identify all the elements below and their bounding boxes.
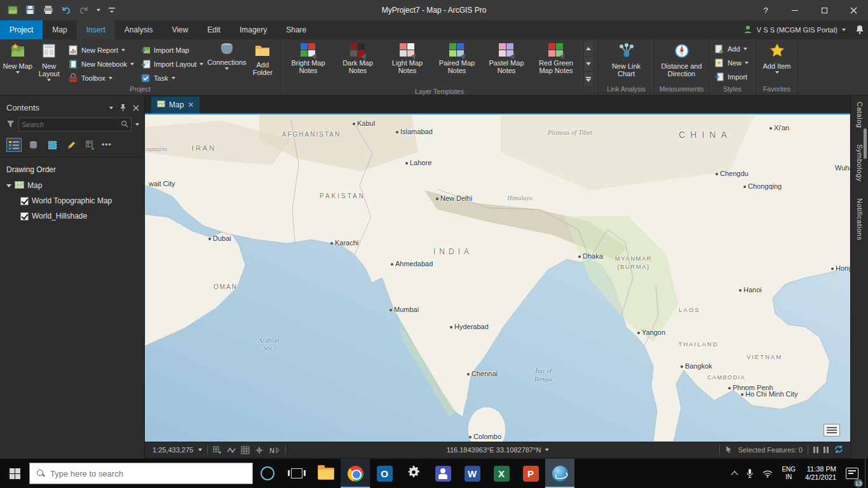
import-map-button[interactable]: Import Map (140, 45, 203, 55)
north-arrow-icon[interactable]: N (269, 446, 280, 454)
expander-icon[interactable] (6, 184, 11, 187)
excel-button[interactable]: X (487, 459, 516, 488)
close-button[interactable] (839, 0, 868, 20)
layer-template-pastel-map-notes[interactable]: Pastel Map Notes (482, 41, 531, 74)
layer-checkbox[interactable] (20, 212, 29, 220)
list-by-source-tab[interactable] (25, 138, 41, 152)
layer-checkbox[interactable] (20, 197, 29, 205)
list-by-labeling-tab[interactable] (83, 138, 98, 152)
snapping-icon[interactable] (227, 446, 236, 454)
ribbon-tab-project[interactable]: Project (0, 20, 43, 39)
grid-add-icon[interactable] (213, 446, 222, 454)
language-indicator[interactable]: ENG IN (777, 459, 800, 488)
map-node-label[interactable]: Map (27, 181, 42, 190)
qat-more-icon[interactable] (108, 5, 116, 15)
account-area[interactable]: V S S (MCGM GIS Portal) (743, 20, 864, 39)
strip-scroll-nub[interactable] (864, 128, 867, 159)
word-button[interactable]: W (458, 459, 487, 488)
notifications-bell-icon[interactable] (855, 25, 864, 36)
qat-customize-caret[interactable] (97, 9, 100, 11)
powerpoint-button[interactable]: P (516, 459, 545, 488)
task-button[interactable]: Task (140, 73, 203, 83)
map-canvas[interactable]: KabulIslamabadLahoreNew DelhiDubaiKarach… (145, 114, 850, 442)
minimize-button[interactable] (780, 0, 810, 20)
layer-row[interactable]: World_Hillshade (0, 208, 144, 224)
contents-search-input[interactable] (22, 121, 121, 128)
microphone-tray-icon[interactable] (742, 459, 758, 488)
pin-icon[interactable] (119, 104, 126, 112)
pause-labels-icon[interactable] (824, 447, 829, 453)
crosshair-icon[interactable] (255, 446, 264, 454)
styles-import-button[interactable]: Import (714, 72, 749, 82)
maximize-button[interactable] (810, 0, 839, 20)
ribbon-tab-share[interactable]: Share (276, 20, 316, 39)
add-folder-button[interactable]: Add Folder (248, 41, 278, 76)
redo-icon[interactable] (79, 5, 89, 15)
arcgis-pro-button[interactable] (545, 459, 574, 488)
more-options[interactable]: ••• (102, 140, 112, 149)
pane-close-icon[interactable] (133, 105, 139, 111)
taskbar-search[interactable] (29, 463, 253, 484)
ribbon-tab-insert[interactable]: Insert (77, 20, 115, 39)
scale-caret[interactable] (198, 449, 202, 451)
distance-direction-button[interactable]: Distance and Direction (658, 41, 705, 78)
layer-template-bright-map-notes[interactable]: Bright Map Notes (283, 41, 333, 74)
ribbon-tab-imagery[interactable]: Imagery (230, 20, 276, 39)
action-center-button[interactable]: 13 (841, 459, 865, 488)
help-button[interactable]: ? (751, 0, 780, 20)
pane-tab-symbology[interactable]: Symbology (856, 144, 864, 182)
layer-template-light-map-notes[interactable]: Light Map Notes (383, 41, 432, 74)
scale-selector[interactable]: 1:25,433,275 (153, 446, 193, 454)
refresh-icon[interactable] (834, 445, 844, 455)
toolbox-button[interactable]: Toolbox (68, 73, 134, 83)
cortana-button[interactable] (253, 459, 282, 488)
search-options-caret[interactable] (135, 123, 139, 126)
pane-menu-caret[interactable] (109, 107, 113, 109)
contents-search[interactable] (18, 118, 132, 132)
styles-add-button[interactable]: Add (714, 44, 749, 54)
import-layout-button[interactable]: Import Layout (140, 59, 203, 69)
outlook-button[interactable]: O (370, 459, 399, 488)
start-button[interactable] (0, 459, 29, 488)
pause-drawing-icon[interactable] (813, 447, 818, 453)
teams-button[interactable] (428, 459, 458, 488)
table-icon[interactable] (241, 446, 250, 454)
map-node[interactable]: Map (0, 178, 144, 193)
map-view-tab[interactable]: Map ✕ (151, 97, 200, 113)
file-explorer-button[interactable] (311, 459, 341, 488)
connections-button[interactable]: Connections (207, 41, 246, 70)
settings-button[interactable] (399, 459, 428, 488)
pane-tab-notifications[interactable]: Notifications (856, 198, 864, 240)
map-coordinates[interactable]: 116.1843963°E 33.1082787°N (447, 446, 541, 454)
coords-caret[interactable] (545, 449, 548, 451)
ribbon-tab-analysis[interactable]: Analysis (115, 20, 163, 39)
layer-template-dark-map-notes[interactable]: Dark Map Notes (333, 41, 383, 74)
gallery-expand-button[interactable] (584, 72, 593, 87)
list-by-editing-tab[interactable] (64, 138, 79, 152)
list-by-drawing-order-tab[interactable] (6, 138, 22, 152)
layer-template-paired-map-notes[interactable]: Paired Map Notes (432, 41, 482, 74)
gallery-down-button[interactable] (584, 57, 593, 72)
new-report-button[interactable]: New Report (68, 45, 134, 55)
clock[interactable]: 11:38 PM 4/21/2021 (800, 465, 841, 482)
print-icon[interactable] (43, 5, 53, 15)
pane-tab-catalog[interactable]: Catalog (856, 102, 864, 128)
ribbon-tab-edit[interactable]: Edit (198, 20, 230, 39)
ribbon-tab-map[interactable]: Map (43, 20, 76, 39)
show-desktop-button[interactable] (865, 459, 868, 488)
new-link-chart-button[interactable]: New Link Chart (606, 41, 648, 78)
undo-icon[interactable] (61, 5, 71, 15)
ribbon-tab-view[interactable]: View (162, 20, 198, 39)
list-by-selection-tab[interactable] (44, 138, 60, 152)
gallery-up-button[interactable] (584, 41, 593, 57)
layer-template-red-green-map-notes[interactable]: Red Green Map Notes (531, 41, 581, 74)
map-overview-button[interactable] (824, 424, 840, 437)
filter-icon[interactable] (6, 119, 15, 130)
network-tray-icon[interactable] (758, 459, 777, 488)
taskbar-search-input[interactable] (50, 469, 246, 478)
add-item-button[interactable]: Add Item (760, 41, 794, 74)
hidden-icons-button[interactable] (728, 459, 742, 488)
save-icon[interactable] (25, 5, 36, 15)
new-notebook-button[interactable]: New Notebook (68, 59, 134, 69)
task-view-button[interactable] (282, 459, 311, 488)
